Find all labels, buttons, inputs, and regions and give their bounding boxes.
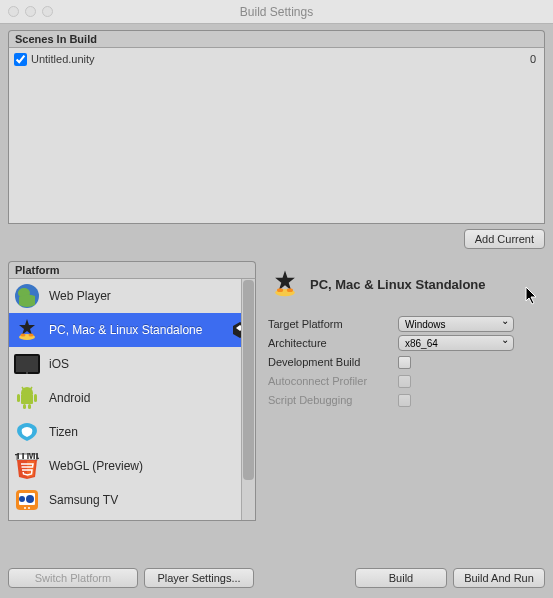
platform-label: Android: [49, 391, 249, 405]
bottom-buttons: Switch Platform Player Settings... Build…: [8, 568, 545, 588]
scenes-panel: Scenes In Build Untitled.unity 0: [8, 30, 545, 224]
svg-point-29: [287, 288, 293, 292]
opt-label-arch: Architecture: [268, 337, 398, 349]
development-build-checkbox[interactable]: [398, 356, 411, 369]
platform-item-webgl[interactable]: HTML WebGL (Preview): [9, 449, 255, 483]
svg-point-10: [26, 372, 28, 374]
architecture-dropdown[interactable]: x86_64: [398, 335, 514, 351]
svg-rect-12: [17, 394, 20, 402]
opt-label-dev: Development Build: [268, 356, 398, 368]
autoconnect-profiler-checkbox: [398, 375, 411, 388]
android-icon: [13, 384, 41, 412]
platform-item-web[interactable]: Web Player: [9, 279, 255, 313]
platform-item-android[interactable]: Android: [9, 381, 255, 415]
platform-panel: Platform Web Player PC, Mac & Linux Stan…: [8, 261, 256, 521]
scenes-header: Scenes In Build: [8, 30, 545, 48]
platform-label: iOS: [49, 357, 249, 371]
titlebar: Build Settings: [0, 0, 553, 24]
webgl-icon: HTML: [13, 452, 41, 480]
ios-icon: [13, 350, 41, 378]
opt-label-target: Target Platform: [268, 318, 398, 330]
svg-rect-9: [16, 356, 38, 372]
current-platform-title: PC, Mac & Linux Standalone: [310, 277, 486, 292]
lower-area: Platform Web Player PC, Mac & Linux Stan…: [8, 261, 545, 521]
window-controls: [0, 6, 53, 17]
opt-label-scriptdbg: Script Debugging: [268, 394, 398, 406]
platform-label: WebGL (Preview): [49, 459, 249, 473]
scenes-list[interactable]: Untitled.unity 0: [8, 48, 545, 224]
svg-rect-14: [23, 404, 26, 409]
platform-scrollbar[interactable]: [241, 279, 255, 520]
svg-point-22: [19, 496, 25, 502]
opt-label-profiler: Autoconnect Profiler: [268, 375, 398, 387]
platform-label: PC, Mac & Linux Standalone: [49, 323, 223, 337]
platform-list[interactable]: Web Player PC, Mac & Linux Standalone iO…: [8, 279, 256, 521]
standalone-icon: [13, 316, 41, 344]
add-current-button[interactable]: Add Current: [464, 229, 545, 249]
svg-rect-15: [28, 404, 31, 409]
svg-point-4: [21, 334, 26, 337]
web-player-icon: [13, 282, 41, 310]
platform-label: Web Player: [49, 289, 249, 303]
scene-index: 0: [530, 53, 536, 65]
svg-point-28: [277, 288, 283, 292]
platform-label: Tizen: [49, 425, 249, 439]
svg-marker-26: [275, 270, 295, 290]
svg-text:HTML: HTML: [15, 453, 39, 461]
platform-item-ios[interactable]: iOS: [9, 347, 255, 381]
platform-header: Platform: [8, 261, 256, 279]
svg-marker-2: [19, 319, 35, 335]
samsungtv-icon: [13, 486, 41, 514]
svg-point-24: [24, 507, 26, 509]
platform-item-tizen[interactable]: Tizen: [9, 415, 255, 449]
player-settings-button[interactable]: Player Settings...: [144, 568, 254, 588]
build-and-run-button[interactable]: Build And Run: [453, 568, 545, 588]
platform-item-standalone[interactable]: PC, Mac & Linux Standalone: [9, 313, 255, 347]
svg-point-23: [26, 495, 34, 503]
platform-item-samsungtv[interactable]: Samsung TV: [9, 483, 255, 517]
scrollbar-thumb[interactable]: [243, 280, 254, 480]
scenes-buttons: Add Current: [0, 229, 545, 249]
scene-name: Untitled.unity: [31, 53, 530, 65]
tizen-icon: [13, 418, 41, 446]
svg-point-5: [29, 334, 34, 337]
script-debugging-checkbox: [398, 394, 411, 407]
target-platform-dropdown[interactable]: Windows: [398, 316, 514, 332]
platform-options: PC, Mac & Linux Standalone Target Platfo…: [268, 261, 545, 521]
window-title: Build Settings: [0, 5, 553, 19]
scene-checkbox[interactable]: [14, 53, 27, 66]
platform-label: Samsung TV: [49, 493, 249, 507]
scene-row[interactable]: Untitled.unity 0: [14, 51, 539, 67]
svg-rect-13: [34, 394, 37, 402]
switch-platform-button[interactable]: Switch Platform: [8, 568, 138, 588]
minimize-icon[interactable]: [25, 6, 36, 17]
build-button[interactable]: Build: [355, 568, 447, 588]
svg-point-25: [28, 507, 30, 509]
zoom-icon[interactable]: [42, 6, 53, 17]
standalone-icon: [268, 267, 302, 301]
svg-rect-11: [21, 394, 33, 404]
close-icon[interactable]: [8, 6, 19, 17]
